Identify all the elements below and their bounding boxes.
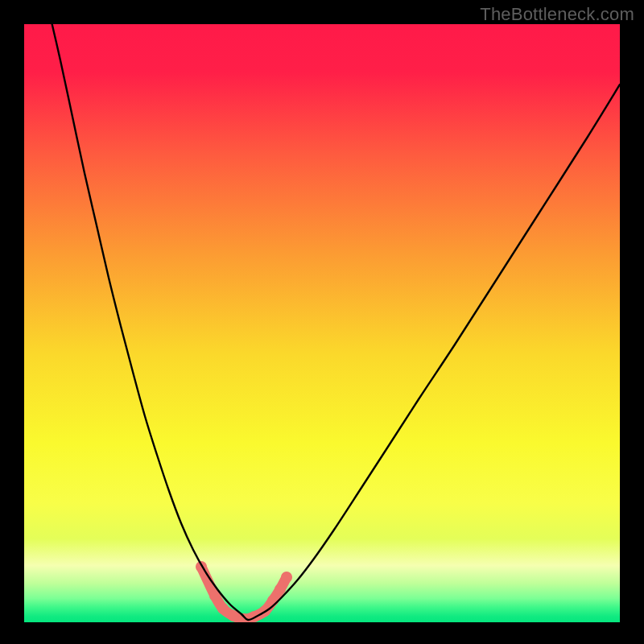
marker-dot bbox=[275, 584, 286, 595]
chart-svg bbox=[24, 24, 620, 622]
marker-dot bbox=[267, 595, 279, 606]
marker-dot bbox=[217, 603, 229, 614]
marker-dot bbox=[281, 572, 292, 583]
plot-area bbox=[24, 24, 620, 622]
watermark-text: TheBottleneck.com bbox=[480, 4, 634, 25]
gradient-background bbox=[24, 24, 620, 622]
chart-frame: TheBottleneck.com bbox=[0, 0, 644, 644]
